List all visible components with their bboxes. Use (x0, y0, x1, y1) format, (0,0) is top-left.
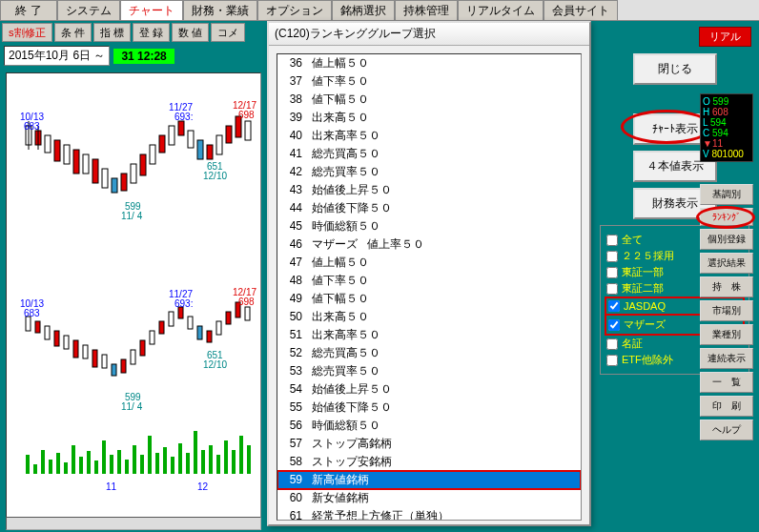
side-btn-1[interactable]: ﾗﾝｷﾝｸﾞ (700, 208, 753, 226)
check-label: 全て (622, 233, 643, 247)
svg-rect-36 (121, 359, 126, 373)
list-item-46[interactable]: 46 マザーズ 値上率５０ (277, 235, 581, 254)
side-btn-10[interactable]: ヘルプ (700, 419, 753, 440)
checkbox-icon[interactable] (606, 338, 618, 350)
check-label: 名証 (622, 337, 643, 351)
svg-rect-70 (178, 443, 182, 474)
svg-rect-28 (45, 326, 50, 339)
list-item-42[interactable]: 42 総売買率５０ (277, 163, 581, 181)
real-button[interactable]: リアル (699, 27, 751, 47)
chart-area: 10/1368311/27693:12/1769865112/1059911/ … (6, 72, 261, 521)
date-from[interactable]: 2015年10月 6日 ～ (4, 46, 110, 66)
list-item-37[interactable]: 37 値下率５０ (277, 72, 581, 91)
top-tab-bar: 終 了 システム チャート 財務・業績 オプション 銘柄選択 持株管理 リアルタ… (0, 0, 759, 21)
list-item-58[interactable]: 58 ストップ安銘柄 (277, 453, 581, 471)
chart-label: 683 (24, 308, 40, 318)
svg-rect-76 (224, 440, 228, 474)
list-item-53[interactable]: 53 総売買率５０ (277, 362, 581, 380)
svg-rect-68 (163, 447, 167, 474)
list-item-40[interactable]: 40 出来高率５０ (277, 127, 581, 145)
list-item-60[interactable]: 60 新女値銘柄 (277, 489, 581, 507)
list-item-38[interactable]: 38 値下幅５０ (277, 91, 581, 109)
tab-1[interactable]: システム (57, 0, 120, 20)
list-item-47[interactable]: 47 値上幅５０ (277, 254, 581, 272)
svg-rect-67 (155, 453, 159, 474)
btn-cond[interactable]: 条 件 (54, 23, 92, 42)
list-item-59[interactable]: 59 新高値銘柄 (277, 471, 581, 489)
list-item-44[interactable]: 44 始値後下降５０ (277, 199, 581, 217)
btn-register[interactable]: 登 録 (133, 23, 170, 42)
checkbox-icon[interactable] (608, 300, 620, 312)
svg-rect-74 (209, 445, 213, 474)
list-item-43[interactable]: 43 始値後上昇５０ (277, 181, 581, 199)
btn-split-adj[interactable]: s割修正 (2, 23, 52, 42)
checkbox-icon[interactable] (606, 283, 618, 295)
chart-scrollbar[interactable] (6, 517, 261, 530)
btn-indicator[interactable]: 指 標 (93, 23, 131, 42)
list-item-48[interactable]: 48 値下率５０ (277, 272, 581, 290)
side-btn-6[interactable]: 業種別 (700, 324, 753, 345)
close-button[interactable]: 閉じる (633, 53, 717, 85)
list-item-36[interactable]: 36 値上幅５０ (277, 54, 581, 72)
svg-rect-47 (226, 312, 231, 324)
tab-8[interactable]: 会員サイト (544, 0, 618, 20)
svg-rect-40 (159, 321, 164, 334)
side-btn-8[interactable]: 一 覧 (700, 372, 753, 393)
list-item-56[interactable]: 56 時価総額５０ (277, 417, 581, 435)
list-item-45[interactable]: 45 時価総額５０ (277, 217, 581, 235)
list-item-61[interactable]: 61 経常予想上方修正（単独） (277, 507, 581, 521)
chart-label: 693: (174, 112, 193, 122)
tab-5[interactable]: 銘柄選択 (332, 0, 395, 20)
svg-rect-20 (197, 140, 203, 159)
svg-rect-78 (239, 436, 243, 474)
svg-rect-7 (73, 150, 79, 174)
side-btn-2[interactable]: 個別登録 (700, 229, 753, 250)
svg-rect-25 (245, 121, 251, 140)
tab-0[interactable]: 終 了 (0, 0, 57, 20)
svg-rect-55 (64, 462, 68, 474)
ranking-listbox[interactable]: 36 値上幅５０ 37 値下率５０ 38 値下幅５０ 39 出来高５０ 40 出… (277, 53, 582, 521)
chart-label: 683 (24, 121, 40, 132)
checkbox-icon[interactable] (606, 355, 618, 366)
chart-label: 12/10 (203, 171, 227, 181)
svg-rect-35 (112, 364, 116, 376)
list-item-49[interactable]: 49 値下幅５０ (277, 290, 581, 308)
side-btn-9[interactable]: 印 刷 (700, 396, 753, 417)
list-item-50[interactable]: 50 出来高５０ (277, 308, 581, 326)
side-btn-5[interactable]: 市場別 (700, 300, 753, 321)
tab-4[interactable]: オプション (257, 0, 332, 20)
side-btn-7[interactable]: 連続表示 (700, 348, 753, 369)
list-item-39[interactable]: 39 出来高５０ (277, 109, 581, 127)
list-item-52[interactable]: 52 総売買高５０ (277, 344, 581, 362)
tab-3[interactable]: 財務・業績 (183, 0, 257, 20)
svg-rect-38 (140, 340, 145, 356)
checkbox-icon[interactable] (606, 267, 618, 278)
side-btn-0[interactable]: 基調別 (700, 184, 753, 205)
svg-rect-6 (64, 145, 70, 164)
checkbox-icon[interactable] (606, 235, 618, 246)
list-item-51[interactable]: 51 出来高率５０ (277, 326, 581, 344)
svg-rect-60 (102, 440, 106, 474)
side-btn-3[interactable]: 選択結果 (700, 253, 753, 274)
checkbox-icon[interactable] (608, 319, 620, 331)
check-label: 東証一部 (622, 265, 664, 279)
svg-rect-62 (117, 450, 121, 474)
btn-value[interactable]: 数 値 (172, 23, 209, 42)
chart-label: 12/10 (203, 359, 227, 370)
list-item-41[interactable]: 41 総売買高５０ (277, 145, 581, 163)
checkbox-icon[interactable] (606, 251, 618, 262)
svg-rect-39 (150, 331, 154, 344)
svg-rect-73 (201, 450, 205, 474)
tab-7[interactable]: リアルタイム (458, 0, 544, 20)
tab-2[interactable]: チャート (120, 0, 183, 20)
list-item-54[interactable]: 54 始値後上昇５０ (277, 380, 581, 399)
list-item-55[interactable]: 55 始値後下降５０ (277, 399, 581, 417)
list-item-57[interactable]: 57 ストップ高銘柄 (277, 435, 581, 453)
side-btn-4[interactable]: 持 株 (700, 276, 753, 297)
svg-rect-69 (171, 457, 174, 474)
btn-comment[interactable]: コメ (211, 23, 245, 42)
svg-rect-77 (232, 450, 236, 474)
svg-rect-56 (72, 445, 75, 474)
tab-6[interactable]: 持株管理 (395, 0, 458, 20)
check-label: JASDAQ (624, 300, 666, 312)
